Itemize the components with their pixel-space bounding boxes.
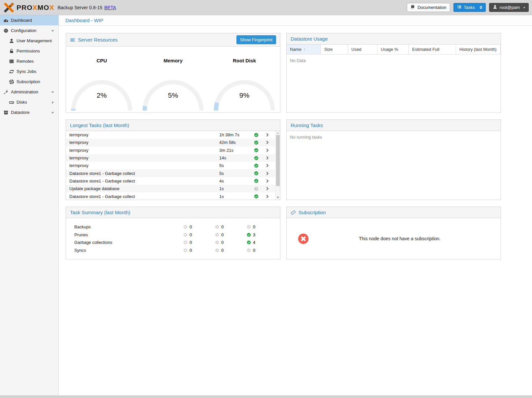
running-tasks-empty: No running tasks [287,131,501,143]
expand-right-icon[interactable] [51,100,54,104]
ok-count-icon [247,240,251,245]
show-fingerprint-button[interactable]: Show Fingerprint [236,35,276,44]
column-header-history-last-month-[interactable]: History (last Month) [456,45,501,54]
task-row[interactable]: Datastore store1 - Garbage collect 1s [66,192,275,200]
datastore-usage-title: Datastore Usage [291,36,328,42]
sidebar-item-sync-jobs[interactable]: Sync Jobs [0,66,58,77]
svg-text:9%: 9% [239,91,249,99]
longest-tasks-panel: Longest Tasks (last Month) termproxy 1h … [66,119,280,200]
warning-count-icon [215,240,219,245]
datastore-usage-panel: Datastore Usage Name↑SizeUsedUsage %Esti… [286,33,501,113]
ok-status-icon [254,140,265,145]
chevron-right-icon[interactable] [265,148,275,152]
task-list-icon [457,5,462,10]
ok-status-icon [254,179,265,183]
task-row[interactable]: termproxy 14s [66,154,275,162]
chevron-right-icon[interactable] [265,133,275,137]
task-summary-panel: Task Summary (last Month) Backups 0 0 0 … [66,207,280,259]
ok-status-icon [254,163,265,168]
scroll-up-arrow[interactable]: ▴ [276,131,280,135]
server-bars-icon [9,59,14,64]
sidebar-item-configuration[interactable]: Configuration [0,25,58,36]
datastore-usage-table-header: Name↑SizeUsedUsage %Estimated FullHistor… [287,45,501,54]
sidebar: Dashboard Configuration User Management … [0,15,59,395]
tasks-button[interactable]: Tasks 0 [453,3,486,12]
expand-down-icon[interactable] [51,29,54,32]
dashboard-icon [3,18,9,23]
tasks-count-badge: 0 [480,5,482,10]
running-tasks-title: Running Tasks [291,122,323,128]
page-title: Dashboard - WIP [65,17,103,23]
chevron-right-icon[interactable] [265,194,275,199]
book-icon [410,5,415,10]
user-icon [493,5,497,10]
error-count-icon [183,248,188,252]
task-row[interactable]: termproxy 3m 21s [66,147,275,154]
datastore-usage-empty: No Data [287,54,501,67]
ok-status-icon [254,133,265,137]
column-header-usage-[interactable]: Usage % [377,45,409,54]
sort-up-icon: ↑ [303,47,305,52]
ok-count-icon [247,225,251,229]
subscription-title: Subscription [299,210,326,215]
expand-down-icon[interactable] [51,90,54,94]
no-subscription-icon [298,233,309,244]
column-header-estimated-full[interactable]: Estimated Full [409,45,456,54]
sidebar-item-permissions[interactable]: Permissions [0,46,58,56]
ok-status-icon [254,194,265,199]
gauge-cpu: CPU 2% [66,47,137,113]
archive-icon [3,110,9,115]
resource-gauges: CPU 2% Memory 5% Root Disk 9% [66,47,280,113]
column-header-used[interactable]: Used [348,45,377,54]
subscription-panel: Subscription This node does not have a s… [286,207,501,259]
error-count-icon [183,225,188,229]
sync-icon [9,69,14,74]
chevron-right-icon[interactable] [265,186,275,191]
user-icon [9,38,14,44]
scroll-thumb[interactable] [276,135,280,186]
task-row[interactable]: termproxy 5s [66,162,275,169]
documentation-button[interactable]: Documentation [407,3,450,12]
scrollbar[interactable]: ▴ ▾ [275,131,280,200]
wrench-icon [3,89,9,95]
beta-link[interactable]: BETA [104,5,116,10]
sidebar-item-subscription[interactable]: Subscription [0,77,58,87]
column-header-size[interactable]: Size [321,45,348,54]
sidebar-item-administration[interactable]: Administration [0,87,58,97]
expand-down-icon[interactable] [51,111,54,114]
task-row[interactable]: termproxy 42m 58s [66,139,275,146]
sidebar-item-disks[interactable]: Disks [0,97,58,107]
chevron-right-icon[interactable] [265,171,275,176]
top-header-bar: PROXMOX Backup Server 0.8-15 BETA Docume… [0,0,532,15]
task-summary-row: Backups 0 0 0 [66,223,280,231]
chevron-right-icon[interactable] [265,140,275,145]
task-row[interactable]: Update package database 1s ? [66,185,275,192]
sidebar-item-datastore[interactable]: Datastore [0,107,58,117]
user-menu-button[interactable]: root@pam ▾ [489,3,529,12]
chevron-right-icon[interactable] [265,179,275,183]
scroll-down-arrow[interactable]: ▾ [276,195,280,200]
ticket-icon [291,210,296,215]
sidebar-item-dashboard[interactable]: Dashboard [0,15,58,25]
running-tasks-panel: Running Tasks No running tasks [286,119,501,200]
task-row[interactable]: Datastore store1 - Garbage collect 5s [66,169,275,177]
page-titlebar: Dashboard - WIP [59,15,532,26]
task-row[interactable]: termproxy 1h 38m 7s [66,131,275,139]
chevron-right-icon[interactable] [265,156,275,160]
server-resources-panel: Server Resources Show Fingerprint CPU 2%… [66,33,280,113]
sidebar-item-user-management[interactable]: User Management [0,36,58,46]
longest-tasks-list: termproxy 1h 38m 7s termproxy 42m 58s te… [66,131,280,200]
column-header-name[interactable]: Name↑ [287,45,321,54]
disk-icon [9,100,14,105]
task-row[interactable]: Datastore store1 - Garbage collect 4s [66,177,275,185]
chevron-right-icon[interactable] [265,163,275,168]
sidebar-item-remotes[interactable]: Remotes [0,56,58,66]
warning-count-icon [215,233,219,237]
chevron-down-icon: ▾ [523,6,525,9]
task-summary-title: Task Summary (last Month) [70,210,130,215]
unlock-icon [9,49,14,54]
product-name: Backup Server 0.8-15 [57,5,102,10]
ok-status-icon [254,171,265,176]
task-summary-row: Prunes 0 0 3 [66,231,280,239]
ok-status-icon [254,148,265,152]
